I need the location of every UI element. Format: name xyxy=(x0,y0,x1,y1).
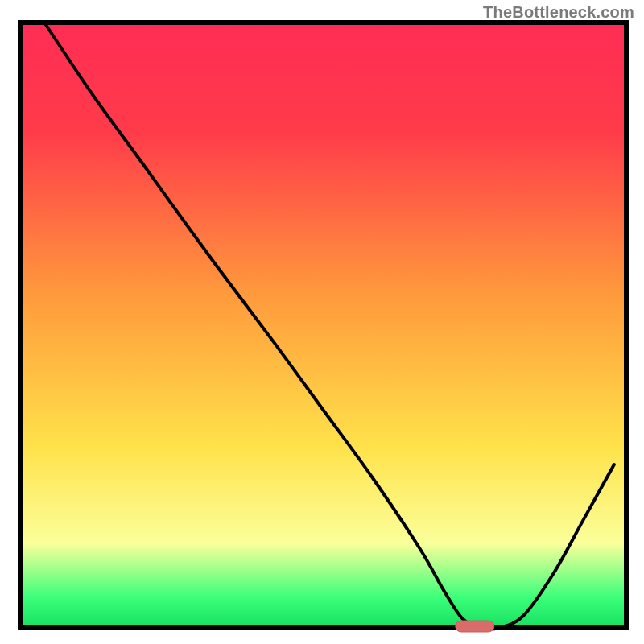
bottleneck-chart xyxy=(0,0,644,644)
plot-background xyxy=(20,23,626,628)
optimum-marker xyxy=(456,621,494,632)
chart-container: TheBottleneck.com xyxy=(0,0,644,644)
